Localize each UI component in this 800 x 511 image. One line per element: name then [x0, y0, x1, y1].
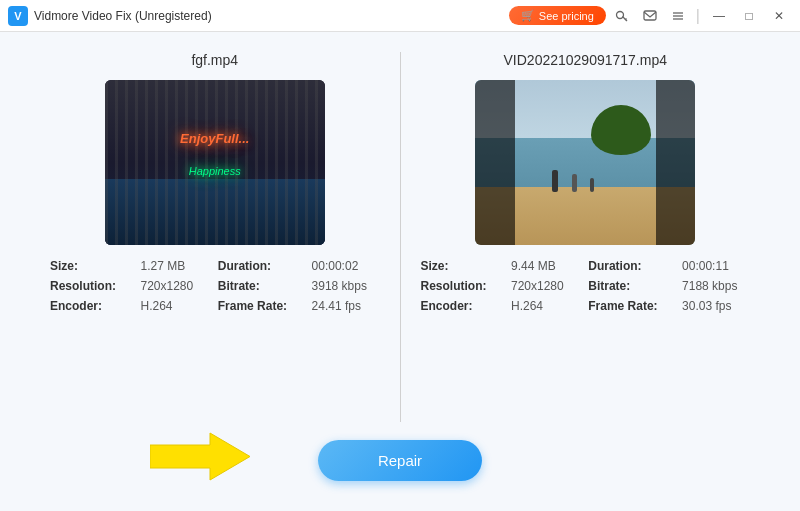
- titlebar-right: 🛒 See pricing | — □ ✕: [509, 6, 792, 26]
- right-resolution-value: 720x1280: [511, 279, 576, 293]
- message-icon: [643, 9, 657, 23]
- left-duration-label: Duration:: [218, 259, 300, 273]
- left-size-label: Size:: [50, 259, 129, 273]
- close-button[interactable]: ✕: [766, 6, 792, 26]
- bottom-area: Repair: [30, 422, 770, 491]
- right-encoder-label: Encoder:: [421, 299, 500, 313]
- right-size-label: Size:: [421, 259, 500, 273]
- neon-text-2: Happiness: [189, 165, 241, 177]
- neon-text-1: EnjoyFull...: [180, 130, 249, 145]
- right-meta-grid: Size: 9.44 MB Duration: 00:00:11 Resolut…: [421, 259, 751, 313]
- left-thumb-canvas: EnjoyFull... Happiness: [105, 80, 325, 245]
- right-bitrate-value: 7188 kbps: [682, 279, 750, 293]
- right-framerate-value: 30.03 fps: [682, 299, 750, 313]
- left-framerate-label: Frame Rate:: [218, 299, 300, 313]
- left-meta-grid: Size: 1.27 MB Duration: 00:00:02 Resolut…: [50, 259, 380, 313]
- left-framerate-value: 24.41 fps: [312, 299, 380, 313]
- left-bitrate-value: 3918 kbps: [312, 279, 380, 293]
- blinds-overlay: [105, 80, 325, 245]
- beach-person-1: [552, 170, 558, 192]
- panels-row: fgf.mp4 EnjoyFull... Happiness Size: 1.2…: [30, 52, 770, 422]
- right-duration-value: 00:00:11: [682, 259, 750, 273]
- pricing-button[interactable]: 🛒 See pricing: [509, 6, 606, 25]
- svg-rect-5: [644, 11, 656, 20]
- dark-overlay-right: [656, 80, 696, 245]
- left-size-value: 1.27 MB: [141, 259, 206, 273]
- main-content: fgf.mp4 EnjoyFull... Happiness Size: 1.2…: [0, 32, 800, 511]
- right-video-title: VID20221029091717.mp4: [504, 52, 667, 68]
- menu-icon-button[interactable]: [666, 7, 690, 25]
- left-bitrate-label: Bitrate:: [218, 279, 300, 293]
- left-video-panel: fgf.mp4 EnjoyFull... Happiness Size: 1.2…: [30, 52, 400, 422]
- maximize-button[interactable]: □: [736, 6, 762, 26]
- right-video-panel: VID20221029091717.mp4 Size: 9.44 MB Dura…: [401, 52, 771, 422]
- svg-text:V: V: [14, 10, 22, 22]
- separator: |: [696, 7, 700, 25]
- left-resolution-value: 720x1280: [141, 279, 206, 293]
- app-logo-icon: V: [8, 6, 28, 26]
- yellow-arrow-icon: [150, 429, 250, 484]
- left-encoder-label: Encoder:: [50, 299, 129, 313]
- right-bitrate-label: Bitrate:: [588, 279, 670, 293]
- app-title: Vidmore Video Fix (Unregistered): [34, 9, 212, 23]
- minimize-button[interactable]: —: [706, 6, 732, 26]
- key-icon-button[interactable]: [610, 7, 634, 25]
- right-size-value: 9.44 MB: [511, 259, 576, 273]
- left-resolution-label: Resolution:: [50, 279, 129, 293]
- titlebar: V Vidmore Video Fix (Unregistered) 🛒 See…: [0, 0, 800, 32]
- repair-button[interactable]: Repair: [318, 440, 482, 481]
- svg-marker-9: [150, 433, 250, 480]
- key-icon: [615, 9, 629, 23]
- beach-person-2: [572, 174, 577, 192]
- right-framerate-label: Frame Rate:: [588, 299, 670, 313]
- svg-point-2: [616, 11, 623, 18]
- cart-icon: 🛒: [521, 9, 535, 22]
- message-icon-button[interactable]: [638, 7, 662, 25]
- right-resolution-label: Resolution:: [421, 279, 500, 293]
- left-video-title: fgf.mp4: [191, 52, 238, 68]
- right-encoder-value: H.264: [511, 299, 576, 313]
- left-video-thumbnail: EnjoyFull... Happiness: [105, 80, 325, 245]
- right-video-thumbnail: [475, 80, 695, 245]
- dark-overlay-left: [475, 80, 515, 245]
- hamburger-icon: [671, 9, 685, 23]
- left-encoder-value: H.264: [141, 299, 206, 313]
- beach-person-3: [590, 178, 594, 192]
- right-duration-label: Duration:: [588, 259, 670, 273]
- titlebar-left: V Vidmore Video Fix (Unregistered): [8, 6, 212, 26]
- left-duration-value: 00:00:02: [312, 259, 380, 273]
